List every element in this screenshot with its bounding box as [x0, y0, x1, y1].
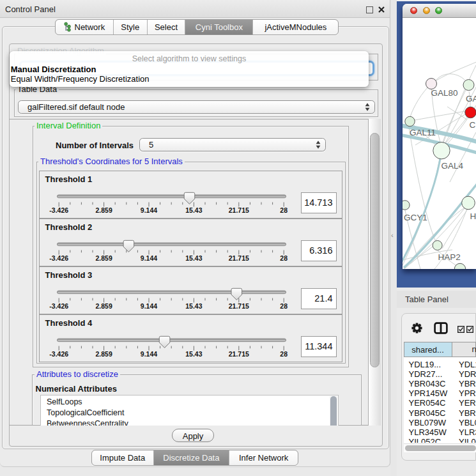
svg-text:21.715: 21.715 — [229, 255, 249, 263]
svg-text:15.43: 15.43 — [185, 207, 202, 215]
svg-text:2.859: 2.859 — [95, 207, 112, 215]
svg-text:9.144: 9.144 — [141, 303, 157, 311]
svg-text:21.715: 21.715 — [229, 351, 249, 358]
svg-text:-3.426: -3.426 — [49, 303, 68, 311]
svg-text:21.715: 21.715 — [229, 303, 249, 311]
svg-text:GAL80: GAL80 — [431, 88, 458, 98]
svg-text:GAL4: GAL4 — [441, 161, 464, 171]
svg-text:2.859: 2.859 — [95, 255, 112, 263]
svg-text:H: H — [470, 211, 476, 221]
svg-text:21.715: 21.715 — [229, 207, 249, 215]
svg-text:-3.426: -3.426 — [49, 255, 68, 263]
svg-text:2.859: 2.859 — [95, 351, 112, 358]
svg-text:9.144: 9.144 — [141, 207, 157, 215]
svg-text:GAL11: GAL11 — [410, 128, 436, 137]
svg-text:9.144: 9.144 — [141, 255, 157, 263]
svg-text:C: C — [470, 120, 476, 130]
svg-text:15.43: 15.43 — [185, 303, 202, 311]
svg-text:2.859: 2.859 — [95, 303, 112, 311]
svg-text:15.43: 15.43 — [185, 255, 202, 263]
svg-text:9.144: 9.144 — [141, 351, 157, 358]
svg-text:28: 28 — [280, 351, 288, 358]
svg-text:15.43: 15.43 — [185, 351, 202, 358]
svg-text:-3.426: -3.426 — [49, 207, 68, 215]
svg-text:-3.426: -3.426 — [49, 351, 68, 358]
svg-text:28: 28 — [280, 255, 288, 263]
svg-text:28: 28 — [280, 207, 288, 215]
svg-text:GAL: GAL — [466, 94, 476, 104]
svg-text:GCY1: GCY1 — [404, 213, 427, 222]
svg-text:HAP2: HAP2 — [438, 252, 461, 262]
svg-text:28: 28 — [280, 303, 288, 311]
